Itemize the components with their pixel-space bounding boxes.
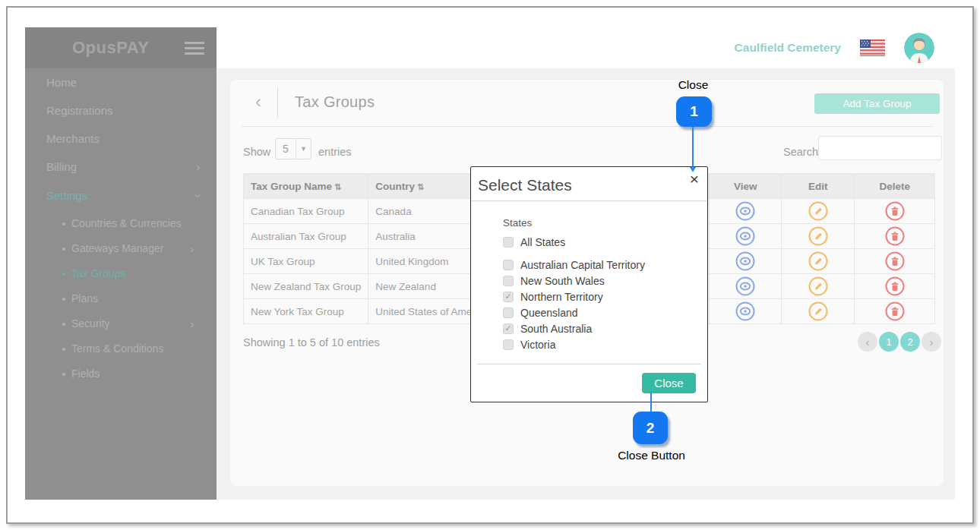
checkbox-icon[interactable] bbox=[503, 276, 514, 286]
hamburger-menu-icon[interactable] bbox=[185, 42, 204, 55]
sidebar-item-fields[interactable]: Fields bbox=[25, 361, 217, 386]
state-option-sa[interactable]: South Australia bbox=[503, 320, 698, 336]
column-header-view: View bbox=[710, 174, 782, 199]
sidebar-item-terms-conditions[interactable]: Terms & Conditions bbox=[25, 336, 217, 361]
page-size-select[interactable]: 5 bbox=[275, 138, 311, 159]
sidebar-header: OpusPAY bbox=[25, 27, 217, 68]
column-header-tax-group-name[interactable]: Tax Group Name bbox=[244, 174, 368, 199]
annotation-connector-line bbox=[692, 127, 694, 168]
column-label: Tax Group Name bbox=[251, 181, 332, 192]
view-icon[interactable] bbox=[735, 251, 755, 271]
sidebar-item-home[interactable]: Home bbox=[25, 68, 217, 96]
bullet-icon bbox=[62, 248, 65, 251]
sidebar-item-plans[interactable]: Plans bbox=[25, 286, 217, 311]
delete-icon[interactable] bbox=[885, 301, 905, 321]
cell-tax-group-name: New Zealand Tax Group bbox=[244, 274, 368, 299]
prev-page-button[interactable]: ‹ bbox=[858, 332, 877, 352]
state-option-all-states[interactable]: All States bbox=[503, 234, 698, 250]
us-flag-icon[interactable] bbox=[860, 39, 885, 56]
edit-icon[interactable] bbox=[808, 276, 828, 296]
state-option-label: Victoria bbox=[520, 339, 555, 351]
sidebar-item-billing[interactable]: Billing › bbox=[25, 153, 217, 181]
cell-tax-group-name: UK Tax Group bbox=[244, 249, 368, 274]
modal-divider bbox=[471, 200, 707, 201]
view-icon[interactable] bbox=[735, 276, 755, 296]
edit-icon[interactable] bbox=[808, 301, 828, 321]
sidebar-item-countries-currencies[interactable]: Countries & Currencies bbox=[25, 211, 217, 236]
sidebar-item-label: Terms & Conditions bbox=[71, 342, 163, 355]
cell-tax-group-name: New York Tax Group bbox=[244, 299, 368, 324]
show-label: Show bbox=[243, 146, 270, 158]
sidebar-item-gateways-manager[interactable]: Gateways Manager › bbox=[25, 236, 217, 261]
annotation-connector-line bbox=[650, 393, 652, 412]
search-input[interactable] bbox=[818, 136, 942, 160]
sidebar-item-label: Gateways Manager bbox=[71, 242, 163, 254]
state-option-label: New South Wales bbox=[520, 275, 605, 287]
topbar: Caulfield Cemetery bbox=[217, 27, 955, 68]
sidebar-item-tax-groups[interactable]: Tax Groups bbox=[25, 261, 217, 286]
delete-icon[interactable] bbox=[885, 226, 905, 246]
annotation-step-1-badge: 1 bbox=[676, 96, 712, 127]
account-name-link[interactable]: Caulfield Cemetery bbox=[735, 41, 841, 55]
modal-close-button[interactable]: Close bbox=[642, 373, 696, 393]
delete-icon[interactable] bbox=[885, 276, 905, 296]
state-option-vic[interactable]: Victoria bbox=[503, 336, 698, 352]
next-page-button[interactable]: › bbox=[922, 332, 941, 352]
page-2-button[interactable]: 2 bbox=[900, 332, 920, 352]
view-icon[interactable] bbox=[735, 301, 755, 321]
edit-icon[interactable] bbox=[808, 251, 828, 271]
brand-logo: OpusPAY bbox=[72, 38, 149, 58]
sidebar-item-settings[interactable]: Settings › bbox=[25, 181, 217, 211]
checkbox-icon[interactable] bbox=[503, 292, 514, 302]
state-option-label: Queensland bbox=[520, 307, 578, 319]
bullet-icon bbox=[62, 222, 65, 226]
column-header-edit: Edit bbox=[782, 174, 855, 199]
edit-icon[interactable] bbox=[808, 201, 828, 221]
bullet-icon bbox=[62, 298, 65, 301]
user-avatar[interactable] bbox=[904, 33, 934, 63]
entries-label: entries bbox=[318, 146, 352, 158]
sidebar-item-label: Fields bbox=[71, 368, 100, 380]
state-option-qld[interactable]: Queensland bbox=[503, 304, 698, 320]
sidebar-item-merchants[interactable]: Merchants bbox=[25, 125, 217, 153]
chevron-right-icon: › bbox=[188, 320, 197, 329]
page-title: Tax Groups bbox=[295, 93, 375, 111]
view-icon[interactable] bbox=[735, 226, 755, 246]
modal-title: Select States bbox=[478, 176, 572, 194]
bullet-icon bbox=[62, 273, 65, 276]
edit-icon[interactable] bbox=[808, 226, 828, 246]
state-option-nsw[interactable]: New South Wales bbox=[503, 273, 698, 289]
checkbox-icon[interactable] bbox=[503, 323, 514, 334]
back-arrow-icon[interactable]: ‹ bbox=[255, 91, 261, 112]
sort-icon bbox=[417, 182, 424, 191]
sidebar: OpusPAY Home Registrations Merchants Bil… bbox=[25, 27, 217, 500]
annotation-arrowhead-icon bbox=[690, 167, 696, 172]
sidebar-item-security[interactable]: Security › bbox=[25, 311, 217, 336]
checkbox-icon[interactable] bbox=[503, 308, 514, 318]
annotation-label-close-button: Close Button bbox=[615, 449, 688, 462]
sidebar-item-registrations[interactable]: Registrations bbox=[25, 96, 217, 125]
sidebar-item-label: Plans bbox=[71, 292, 98, 304]
checkbox-icon[interactable] bbox=[503, 237, 514, 248]
column-label: Country bbox=[375, 181, 415, 192]
sidebar-item-label: Settings bbox=[46, 189, 87, 202]
state-option-label: Australian Capital Territory bbox=[520, 259, 645, 271]
add-tax-group-button[interactable]: Add Tax Group bbox=[814, 93, 940, 114]
sidebar-item-label: Billing bbox=[46, 160, 77, 173]
checkbox-icon[interactable] bbox=[503, 260, 514, 270]
state-option-label: All States bbox=[520, 236, 565, 248]
page-1-button[interactable]: 1 bbox=[879, 332, 899, 352]
delete-icon[interactable] bbox=[885, 251, 905, 271]
view-icon[interactable] bbox=[735, 201, 755, 221]
bullet-icon bbox=[62, 323, 65, 326]
select-states-modal: Select States × States All States Austra… bbox=[470, 166, 708, 402]
state-option-nt[interactable]: Northern Territory bbox=[503, 289, 698, 304]
checkbox-icon[interactable] bbox=[503, 339, 514, 350]
annotation-step-2-badge: 2 bbox=[633, 412, 668, 444]
close-icon[interactable]: × bbox=[690, 171, 699, 187]
modal-body: States All States Australian Capital Ter… bbox=[503, 217, 698, 352]
delete-icon[interactable] bbox=[885, 201, 905, 221]
chevron-right-icon: › bbox=[194, 162, 203, 172]
cell-tax-group-name: Canadian Tax Group bbox=[244, 199, 368, 224]
state-option-act[interactable]: Australian Capital Territory bbox=[503, 257, 698, 273]
